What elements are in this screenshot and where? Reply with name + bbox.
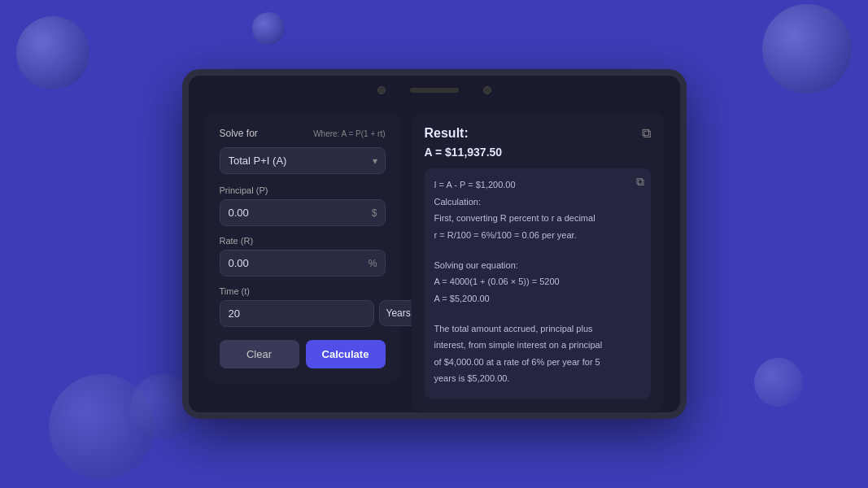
calculate-button[interactable]: Calculate [306, 340, 386, 368]
decorative-sphere-3 [762, 4, 852, 94]
solve-for-wrapper: Total P+I (A) Principal (P) Rate (R) Tim… [220, 147, 386, 174]
detail-line-7: A = 4000(1 + (0.06 × 5)) = 5200 [434, 275, 641, 289]
time-input[interactable] [220, 300, 374, 327]
detail-line-13: years is $5,200.00. [434, 372, 641, 386]
solve-for-header: Solve for Where: A = P(1 + rt) [220, 128, 386, 139]
decorative-sphere-2 [252, 12, 285, 45]
app-area: Solve for Where: A = P(1 + rt) Total P+I… [189, 105, 680, 428]
time-input-wrapper: Years Months ▾ [220, 300, 386, 327]
copy-detail-icon[interactable]: ⧉ [636, 175, 644, 189]
result-main-value: A = $11,937.50 [425, 146, 651, 159]
calculator-form: Solve for Where: A = P(1 + rt) Total P+I… [205, 113, 400, 383]
decorative-sphere-6 [754, 358, 803, 407]
rate-input-wrapper: % [220, 250, 386, 277]
detail-line-4: r = R/100 = 6%/100 = 0.06 per year. [434, 229, 641, 242]
tablet-device: Solve for Where: A = P(1 + rt) Total P+I… [182, 69, 687, 419]
result-title: Result: [425, 126, 469, 141]
tablet-top-bar [189, 76, 680, 105]
detail-line-12: of $4,000.00 at a rate of 6% per year fo… [434, 355, 641, 369]
result-detail-box: ⧉ I = A - P = $1,200.00 Calculation: Fir… [425, 168, 651, 399]
decorative-sphere-1 [16, 16, 89, 89]
detail-line-1: I = A - P = $1,200.00 [434, 178, 641, 192]
detail-line-10: The total amount accrued, principal plus [434, 322, 641, 336]
tablet-camera-right [483, 86, 491, 94]
rate-field-group: Rate (R) % [220, 236, 386, 277]
principal-field-group: Principal (P) $ [220, 185, 386, 226]
tablet-camera-left [377, 86, 386, 94]
copy-icon[interactable]: ⧉ [642, 126, 651, 141]
principal-input[interactable] [220, 199, 386, 226]
solve-for-label: Solve for [220, 128, 258, 139]
result-panel: Result: ⧉ A = $11,937.50 ⧉ I = A - P = $… [412, 113, 664, 412]
detail-line-3: First, converting R percent to r a decim… [434, 211, 641, 225]
detail-line-8: A = $5,200.00 [434, 292, 641, 306]
result-detail-text: I = A - P = $1,200.00 Calculation: First… [434, 178, 641, 386]
solve-for-select[interactable]: Total P+I (A) Principal (P) Rate (R) Tim… [220, 147, 386, 174]
detail-line-6: Solving our equation: [434, 259, 641, 272]
rate-input[interactable] [220, 250, 386, 277]
time-label: Time (t) [220, 286, 386, 296]
detail-line-2: Calculation: [434, 195, 641, 209]
formula-label: Where: A = P(1 + rt) [313, 129, 385, 138]
tablet-speaker [410, 88, 459, 93]
clear-button[interactable]: Clear [220, 340, 299, 368]
button-row: Clear Calculate [220, 340, 386, 368]
principal-label: Principal (P) [220, 185, 386, 195]
time-field-group: Time (t) Years Months ▾ [220, 286, 386, 327]
result-header: Result: ⧉ [425, 126, 651, 141]
rate-label: Rate (R) [220, 236, 386, 246]
detail-line-11: interest, from simple interest on a prin… [434, 338, 641, 352]
principal-input-wrapper: $ [220, 199, 386, 226]
